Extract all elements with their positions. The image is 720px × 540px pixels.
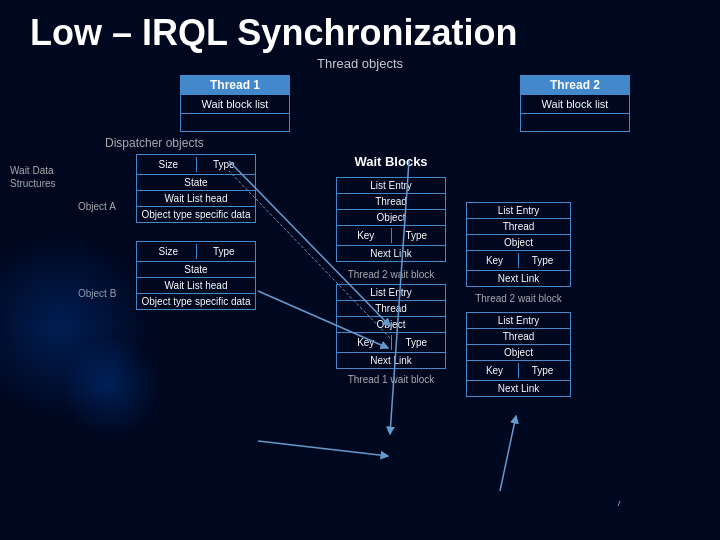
rwb1-nextlink: Next Link bbox=[467, 271, 570, 286]
rwb2-key-type: Key Type bbox=[467, 361, 570, 381]
right-wait-block-2: List Entry Thread Object Key Type Next L… bbox=[466, 312, 571, 397]
svg-line-3 bbox=[258, 441, 388, 456]
object-a-state: State bbox=[137, 175, 255, 191]
wb2-object: Object bbox=[337, 317, 445, 333]
rwb1-type: Type bbox=[519, 253, 566, 268]
object-a-label: Object A bbox=[78, 166, 130, 212]
wb1-object: Object bbox=[337, 210, 445, 226]
thread1-block: Thread 1 Wait block list bbox=[180, 75, 290, 132]
rwb2-listentry: List Entry bbox=[467, 313, 570, 329]
wb2-key: Key bbox=[341, 335, 392, 350]
wb1-listentry: List Entry bbox=[337, 178, 445, 194]
right-thread2-wait-block-label: Thread 2 wait block bbox=[466, 293, 571, 304]
object-b-size: Size bbox=[141, 244, 197, 259]
object-a-specific: Object type specific data bbox=[137, 207, 255, 222]
object-b-size-type: Size Type bbox=[137, 242, 255, 262]
right-wait-block-1: List Entry Thread Object Key Type Next L… bbox=[466, 202, 571, 287]
decor-circle-2 bbox=[60, 336, 160, 436]
thread2-waitblocklist: Wait block list bbox=[521, 94, 629, 113]
thread1-wait-block-label: Thread 1 wait block bbox=[336, 374, 446, 385]
wb1-type: Type bbox=[392, 228, 442, 243]
wb2-listentry: List Entry bbox=[337, 285, 445, 301]
object-a-waitlisthead: Wait List head bbox=[137, 191, 255, 207]
rwb2-thread: Thread bbox=[467, 329, 570, 345]
thread1-header: Thread 1 bbox=[181, 76, 289, 94]
rwb2-object: Object bbox=[467, 345, 570, 361]
object-a-size: Size bbox=[141, 157, 197, 172]
rwb1-object: Object bbox=[467, 235, 570, 251]
wb2-type: Type bbox=[392, 335, 442, 350]
rwb1-listentry: List Entry bbox=[467, 203, 570, 219]
wb1-thread: Thread bbox=[337, 194, 445, 210]
object-a-block: Size Type State Wait List head Object ty… bbox=[136, 154, 256, 223]
wait-data-label: Wait Data Structures bbox=[10, 154, 78, 190]
thread2-wait-block-label: Thread 2 wait block bbox=[336, 269, 446, 280]
object-b-waitlisthead: Wait List head bbox=[137, 278, 255, 294]
wb2-nextlink: Next Link bbox=[337, 353, 445, 368]
rwb2-type: Type bbox=[519, 363, 566, 378]
thread1-extra bbox=[181, 113, 289, 131]
thread2-block: Thread 2 Wait block list bbox=[520, 75, 630, 132]
dispatcher-label: Dispatcher objects bbox=[105, 136, 720, 150]
rwb1-key: Key bbox=[471, 253, 519, 268]
svg-line-6 bbox=[618, 501, 620, 506]
object-b-block: Size Type State Wait List head Object ty… bbox=[136, 241, 256, 310]
wb2-key-type: Key Type bbox=[337, 333, 445, 353]
wait-block-2: List Entry Thread Object Key Type Next L… bbox=[336, 284, 446, 369]
object-b-type: Type bbox=[197, 244, 252, 259]
wb1-key: Key bbox=[341, 228, 392, 243]
wait-blocks-label: Wait Blocks bbox=[336, 154, 446, 169]
thread1-waitblocklist: Wait block list bbox=[181, 94, 289, 113]
wait-block-1: List Entry Thread Object Key Type Next L… bbox=[336, 177, 446, 262]
object-b-specific: Object type specific data bbox=[137, 294, 255, 309]
subtitle: Thread objects bbox=[0, 56, 720, 71]
thread2-header: Thread 2 bbox=[521, 76, 629, 94]
rwb1-key-type: Key Type bbox=[467, 251, 570, 271]
wb1-nextlink: Next Link bbox=[337, 246, 445, 261]
wb2-thread: Thread bbox=[337, 301, 445, 317]
thread2-extra bbox=[521, 113, 629, 131]
rwb1-thread: Thread bbox=[467, 219, 570, 235]
wb1-key-type: Key Type bbox=[337, 226, 445, 246]
page-title: Low – IRQL Synchronization bbox=[0, 0, 720, 56]
object-a-type: Type bbox=[197, 157, 252, 172]
object-a-size-type: Size Type bbox=[137, 155, 255, 175]
rwb2-nextlink: Next Link bbox=[467, 381, 570, 396]
object-b-state: State bbox=[137, 262, 255, 278]
rwb2-key: Key bbox=[471, 363, 519, 378]
svg-line-5 bbox=[500, 416, 516, 491]
